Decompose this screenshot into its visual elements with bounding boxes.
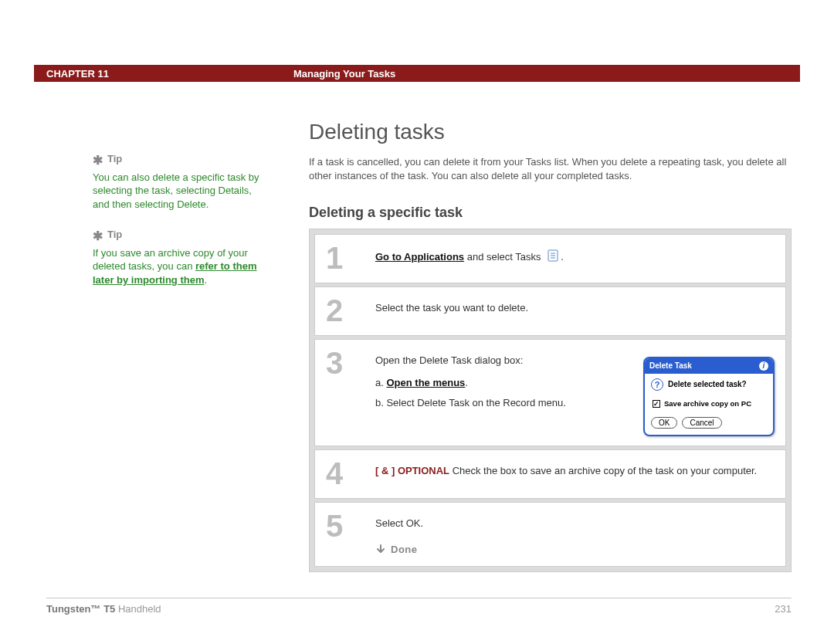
step-2: 2 Select the task you want to delete. (314, 286, 786, 336)
checkbox-icon: ✓ (653, 400, 660, 408)
dialog-question: ? Delete selected task? (651, 378, 767, 391)
step-2-content: Select the task you want to delete. (375, 295, 775, 315)
footer-brand: Tungsten™ T5 Handheld (46, 603, 161, 615)
tip-2: ✱ Tip If you save an archive copy of you… (93, 226, 270, 286)
step-5-content: Select OK. Done (375, 510, 775, 557)
tips-sidebar: ✱ Tip You can also delete a specific tas… (93, 151, 270, 302)
delete-task-dialog: Delete Task i ? Delete selected task? ✓ … (643, 357, 775, 436)
step-1-rest: and select Tasks (464, 251, 544, 263)
footer-brand-rest: Handheld (115, 603, 161, 615)
main-content: Deleting tasks If a task is cancelled, y… (309, 120, 792, 572)
dialog-archive-checkbox[interactable]: ✓ Save archive copy on PC (651, 398, 767, 408)
dialog-title-bar: Delete Task i (645, 358, 773, 374)
subsection-title: Deleting a specific task (309, 205, 792, 221)
tip-label-text: Tip (107, 152, 122, 166)
done-label: Done (375, 543, 775, 557)
page-number: 231 (775, 603, 792, 615)
dialog-checkbox-label: Save archive copy on PC (664, 398, 751, 408)
step-number: 4 (321, 458, 375, 489)
chapter-number: CHAPTER 11 (46, 68, 293, 80)
star-icon: ✱ (93, 152, 103, 169)
step-1-content: Go to Applications and select Tasks . (375, 242, 775, 266)
step-4-content: [ & ] OPTIONAL Check the box to save an … (375, 458, 775, 478)
info-icon[interactable]: i (759, 361, 768, 371)
dialog-question-text: Delete selected task? (668, 379, 747, 390)
chapter-title: Managing Your Tasks (293, 68, 395, 80)
question-icon: ? (651, 378, 663, 391)
section-title: Deleting tasks (309, 120, 792, 144)
go-to-applications-link[interactable]: Go to Applications (375, 251, 464, 263)
step-3b: b. Select Delete Task on the Record menu… (375, 396, 622, 410)
section-paragraph: If a task is cancelled, you can delete i… (309, 155, 792, 183)
tip-label-text: Tip (107, 228, 122, 242)
dialog-cancel-button[interactable]: Cancel (682, 417, 721, 429)
arrow-down-icon (375, 544, 386, 555)
tip-label: ✱ Tip (93, 151, 270, 168)
step-4-text: Check the box to save an archive copy of… (449, 465, 757, 476)
step-number: 5 (321, 510, 375, 541)
star-icon: ✱ (93, 228, 103, 245)
tip-2-body: If you save an archive copy of your dele… (93, 246, 270, 287)
step-5-text: Select OK. (375, 517, 775, 530)
step-number: 1 (321, 242, 375, 273)
step-3-intro: Open the Delete Task dialog box: (375, 354, 622, 368)
dialog-title-text: Delete Task (649, 361, 692, 371)
step-1: 1 Go to Applications and select Tasks . (314, 234, 786, 283)
tip-1: ✱ Tip You can also delete a specific tas… (93, 151, 270, 211)
steps-list: 1 Go to Applications and select Tasks . … (309, 229, 792, 572)
done-text: Done (391, 543, 418, 557)
tip-label: ✱ Tip (93, 226, 270, 243)
optional-label: [ & ] OPTIONAL (375, 465, 449, 476)
step-number: 2 (321, 295, 375, 326)
step-3: 3 Open the Delete Task dialog box: a. Op… (314, 339, 786, 446)
step-4: 4 [ & ] OPTIONAL Check the box to save a… (314, 449, 786, 499)
open-menus-link[interactable]: Open the menus (386, 377, 465, 388)
tip-2-suffix: . (204, 274, 207, 286)
step-5: 5 Select OK. Done (314, 502, 786, 567)
page-footer: Tungsten™ T5 Handheld 231 (46, 598, 792, 615)
step-3a: a. Open the menus. (375, 376, 622, 390)
step-number: 3 (321, 347, 375, 378)
footer-brand-bold: Tungsten™ T5 (46, 603, 115, 615)
tip-1-body: You can also delete a specific task by s… (93, 171, 270, 212)
dialog-ok-button[interactable]: OK (651, 417, 677, 429)
tasks-icon (547, 249, 561, 266)
chapter-header: CHAPTER 11 Managing Your Tasks (34, 65, 800, 82)
step-3-content: Open the Delete Task dialog box: a. Open… (375, 347, 775, 436)
